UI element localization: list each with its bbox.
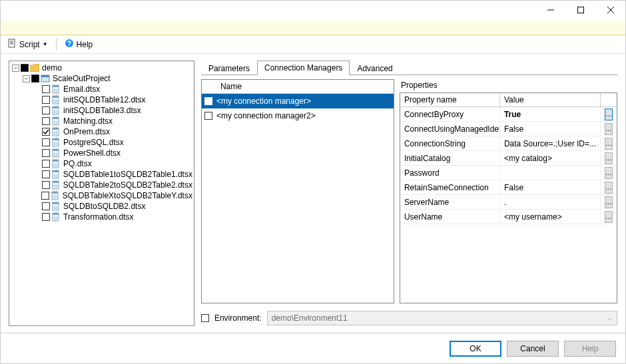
- tab-strip: Parameters Connection Managers Advanced: [201, 61, 617, 75]
- tree-package-row[interactable]: SQLDBTableXtoSQLDB2TableY.dtsx: [33, 190, 194, 201]
- package-icon: [51, 106, 61, 115]
- maximize-button[interactable]: [565, 1, 595, 19]
- collapse-toggle-icon[interactable]: −: [23, 75, 30, 83]
- property-value-cell[interactable]: False: [500, 122, 601, 136]
- help-icon: ?: [65, 39, 74, 50]
- svg-rect-34: [53, 160, 59, 162]
- package-checkbox[interactable]: [42, 160, 50, 168]
- package-checkbox[interactable]: [42, 96, 50, 104]
- tab-advanced[interactable]: Advanced: [350, 61, 400, 75]
- toggle-spacer: [33, 160, 41, 168]
- tree-package-row[interactable]: OnPrem.dtsx: [33, 126, 194, 137]
- collapse-toggle-icon[interactable]: −: [12, 65, 19, 72]
- package-icon: [51, 159, 61, 168]
- tree-package-row[interactable]: SQLDBTable2toSQLDB2Table2.dtsx: [33, 180, 194, 190]
- tree-package-row[interactable]: Email.dtsx: [33, 84, 194, 94]
- ellipsis-button[interactable]: …: [605, 182, 613, 194]
- ellipsis-button[interactable]: …: [605, 123, 613, 135]
- svg-rect-11: [41, 75, 49, 77]
- package-checkbox[interactable]: [42, 202, 50, 210]
- property-value-cell[interactable]: Data Source=.;User ID=...: [500, 136, 601, 150]
- package-checkbox[interactable]: [42, 117, 50, 125]
- svg-rect-25: [53, 128, 59, 130]
- property-row[interactable]: UserName<my username>…: [400, 210, 617, 224]
- tree-item-label: PowerShell.dtsx: [62, 148, 122, 158]
- tree-package-row[interactable]: Matching.dtsx: [33, 116, 194, 126]
- connection-row[interactable]: <my connection manager2>: [202, 108, 394, 123]
- ok-button[interactable]: OK: [450, 341, 501, 357]
- col-property-name[interactable]: Property name: [400, 93, 500, 106]
- script-label: Script: [19, 40, 40, 49]
- package-checkbox[interactable]: [42, 106, 50, 114]
- svg-rect-49: [53, 213, 59, 215]
- ellipsis-button[interactable]: …: [605, 196, 613, 208]
- package-checkbox[interactable]: [42, 213, 50, 221]
- checkbox-mixed[interactable]: [31, 75, 39, 83]
- property-value-cell[interactable]: <my username>: [500, 210, 601, 224]
- tree-item-label: PQ.dtsx: [62, 158, 93, 169]
- tree-package-row[interactable]: PQ.dtsx: [33, 158, 194, 169]
- tree-root-row[interactable]: − demo: [12, 63, 194, 73]
- property-row[interactable]: ConnectUsingManagedIdentityFalse…: [400, 122, 617, 136]
- package-checkbox[interactable]: [42, 138, 50, 146]
- tree-package-row[interactable]: PostgreSQL.dtsx: [33, 137, 194, 148]
- property-value-cell[interactable]: [500, 166, 601, 180]
- help-label: Help: [77, 40, 93, 49]
- package-checkbox[interactable]: [42, 85, 50, 93]
- property-value-cell[interactable]: True: [500, 107, 601, 121]
- property-row[interactable]: RetainSameConnectionFalse…: [400, 180, 617, 195]
- dropdown-caret-icon: ▼: [43, 41, 48, 47]
- tree-project-row[interactable]: − ScaleOutProject: [23, 73, 194, 84]
- property-row[interactable]: InitialCatalog<my catalog>…: [400, 151, 617, 166]
- property-row[interactable]: ConnectByProxyTrue…: [400, 107, 617, 122]
- managers-split: Name <my connection manager><my connecti…: [201, 79, 617, 303]
- package-icon: [51, 85, 61, 94]
- package-checkbox[interactable]: [42, 128, 50, 136]
- environment-select[interactable]: demo\Environment11 ⌄: [267, 311, 617, 325]
- ellipsis-button[interactable]: …: [605, 138, 613, 150]
- ellipsis-button[interactable]: …: [605, 152, 613, 164]
- connection-checkbox[interactable]: [204, 112, 212, 120]
- connection-checkbox[interactable]: [204, 97, 212, 105]
- tree-package-row[interactable]: initSQLDBTable3.dtsx: [33, 105, 194, 116]
- property-row[interactable]: ConnectionStringData Source=.;User ID=..…: [400, 136, 617, 151]
- package-checkbox[interactable]: [42, 181, 50, 189]
- connection-list-header: Name: [202, 80, 394, 94]
- property-action-cell: …: [601, 136, 617, 150]
- tree-package-row[interactable]: initSQLDBTable12.dtsx: [33, 94, 194, 105]
- property-value-cell[interactable]: .: [500, 195, 601, 209]
- tab-parameters[interactable]: Parameters: [201, 61, 257, 75]
- environment-checkbox[interactable]: [201, 314, 209, 322]
- tree-panel: − demo −: [9, 61, 194, 326]
- tree-package-row[interactable]: SQLDBTable1toSQLDB2Table1.dtsx: [33, 169, 194, 180]
- property-action-cell: …: [601, 210, 617, 224]
- tree-package-row[interactable]: Transformation.dtsx: [33, 212, 194, 222]
- ellipsis-button[interactable]: …: [605, 211, 613, 223]
- property-row[interactable]: Password…: [400, 166, 617, 180]
- tree-item-label: SQLDBTableXtoSQLDB2TableY.dtsx: [61, 190, 194, 201]
- svg-rect-43: [52, 192, 58, 194]
- script-button[interactable]: Script ▼: [5, 37, 51, 51]
- ellipsis-button[interactable]: …: [605, 167, 613, 179]
- ellipsis-button[interactable]: …: [605, 108, 613, 120]
- help-footer-button[interactable]: Help: [564, 341, 616, 357]
- package-icon: [51, 202, 61, 211]
- connection-row[interactable]: <my connection manager>: [202, 94, 394, 108]
- property-value-cell[interactable]: <my catalog>: [500, 151, 601, 165]
- cancel-button[interactable]: Cancel: [507, 341, 559, 357]
- property-name-cell: ConnectionString: [400, 136, 500, 150]
- package-checkbox[interactable]: [41, 192, 49, 200]
- package-checkbox[interactable]: [42, 149, 50, 157]
- col-property-value[interactable]: Value: [500, 93, 601, 106]
- property-name-cell: InitialCatalog: [400, 151, 500, 165]
- property-value-cell[interactable]: False: [500, 180, 601, 194]
- close-button[interactable]: [595, 1, 625, 19]
- tree-package-row[interactable]: PowerShell.dtsx: [33, 148, 194, 158]
- package-checkbox[interactable]: [42, 170, 50, 178]
- checkbox-mixed[interactable]: [21, 64, 29, 72]
- property-row[interactable]: ServerName.…: [400, 195, 617, 210]
- tree-package-row[interactable]: SQLDBtoSQLDB2.dtsx: [33, 201, 194, 212]
- minimize-button[interactable]: [535, 1, 565, 19]
- help-button[interactable]: ? Help: [62, 37, 96, 51]
- tab-connection-managers[interactable]: Connection Managers: [257, 61, 350, 75]
